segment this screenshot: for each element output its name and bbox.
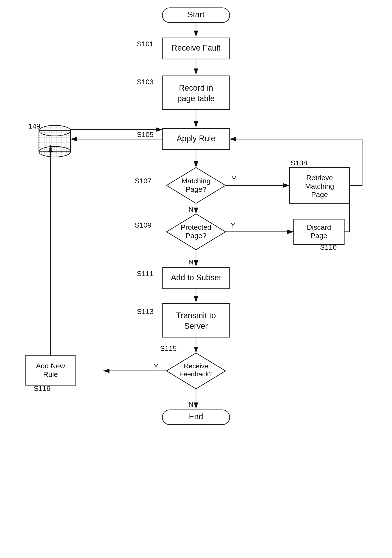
s110-ref: S110 xyxy=(320,243,337,251)
svg-text:Y: Y xyxy=(154,362,159,370)
svg-text:Matching: Matching xyxy=(305,182,334,190)
flowchart-diagram: Y N Y N Y N Start Receive Fault S101 Rec… xyxy=(0,0,392,558)
s116-ref: S116 xyxy=(34,384,50,392)
svg-text:N: N xyxy=(188,400,194,408)
svg-text:Discard: Discard xyxy=(307,223,331,231)
svg-text:Server: Server xyxy=(184,322,208,331)
db149-ref: 149 xyxy=(28,122,40,130)
svg-rect-25 xyxy=(162,76,230,110)
svg-text:Page: Page xyxy=(311,191,328,199)
svg-text:Y: Y xyxy=(230,221,235,229)
start-label: Start xyxy=(187,10,205,19)
svg-text:page table: page table xyxy=(177,94,215,103)
svg-text:Record in: Record in xyxy=(179,83,213,92)
s101-ref: S101 xyxy=(137,40,153,48)
svg-text:Receive: Receive xyxy=(184,362,208,370)
s107-ref: S107 xyxy=(135,177,151,185)
svg-text:N: N xyxy=(188,205,194,213)
receive-fault-label: Receive Fault xyxy=(171,44,221,52)
svg-text:Matching: Matching xyxy=(181,177,211,185)
svg-text:Add New: Add New xyxy=(36,362,65,370)
svg-text:Transmit to: Transmit to xyxy=(176,311,216,320)
svg-text:Y: Y xyxy=(231,175,236,183)
svg-text:Page?: Page? xyxy=(186,232,206,240)
svg-text:Page?: Page? xyxy=(186,185,206,193)
end-label: End xyxy=(189,412,203,421)
s108-ref: S108 xyxy=(290,159,307,167)
svg-text:Apply Rule: Apply Rule xyxy=(177,134,215,143)
svg-text:N: N xyxy=(188,258,194,266)
s109-ref: S109 xyxy=(135,221,151,229)
svg-text:Add to Subset: Add to Subset xyxy=(171,273,221,282)
svg-text:Retrieve: Retrieve xyxy=(306,174,333,182)
svg-text:Feedback?: Feedback? xyxy=(179,370,213,378)
svg-text:Protected: Protected xyxy=(181,223,211,231)
s105-ref: S105 xyxy=(137,131,153,139)
s115-ref: S115 xyxy=(160,344,177,352)
s111-ref: S111 xyxy=(137,270,153,278)
svg-rect-50 xyxy=(162,304,230,337)
svg-point-34 xyxy=(39,147,70,157)
svg-text:Rule: Rule xyxy=(43,370,58,378)
s113-ref: S113 xyxy=(137,307,153,315)
svg-text:Page: Page xyxy=(311,232,327,240)
s103-ref: S103 xyxy=(137,78,153,86)
